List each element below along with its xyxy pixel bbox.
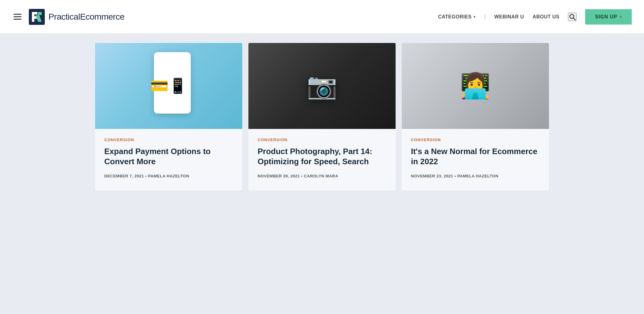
nav-about[interactable]: ABOUT US [533, 14, 560, 20]
signup-button[interactable]: SIGN UP ▾ [585, 9, 632, 25]
article-body: CONVERSION Expand Payment Options to Con… [95, 129, 242, 190]
article-meta-separator: • [454, 174, 457, 178]
article-title[interactable]: Expand Payment Options to Convert More [104, 146, 233, 166]
site-header: PracticalEcommerce CATEGORIES ▾ | WEBINA… [0, 0, 644, 34]
article-date: NOVEMBER 29, 2021 [258, 174, 300, 178]
site-logo[interactable]: PracticalEcommerce [29, 9, 125, 25]
article-meta: NOVEMBER 29, 2021 • CAROLYN MARA [258, 173, 386, 179]
article-meta: DECEMBER 7, 2021 • PAMELA HAZELTON [104, 173, 233, 179]
article-meta-separator: • [145, 174, 148, 178]
main-content: CONVERSION Expand Payment Options to Con… [0, 34, 644, 203]
hamburger-menu-icon[interactable] [12, 13, 23, 21]
article-author: CAROLYN MARA [304, 174, 338, 178]
nav-divider: | [484, 13, 486, 20]
article-meta: NOVEMBER 23, 2021 • PAMELA HAZELTON [411, 173, 540, 179]
chevron-down-icon: ▾ [473, 15, 476, 19]
article-meta-separator: • [301, 174, 304, 178]
article-body: CONVERSION Product Photography, Part 14:… [248, 129, 396, 190]
article-card[interactable]: CONVERSION It's a New Normal for Ecommer… [402, 43, 549, 190]
header-left: PracticalEcommerce [12, 9, 125, 25]
signup-chevron-icon: ▾ [620, 15, 622, 19]
article-image [402, 43, 549, 129]
logo-icon [29, 9, 45, 25]
search-button[interactable] [568, 13, 577, 21]
article-card[interactable]: CONVERSION Expand Payment Options to Con… [95, 43, 242, 190]
article-card[interactable]: CONVERSION Product Photography, Part 14:… [248, 43, 396, 190]
article-author: PAMELA HAZELTON [148, 174, 189, 178]
article-image [248, 43, 396, 129]
article-category: CONVERSION [258, 138, 386, 142]
svg-line-4 [573, 18, 576, 20]
logo-text: PracticalEcommerce [48, 12, 125, 22]
nav-webinar[interactable]: WEBINAR U [494, 14, 524, 20]
article-category: CONVERSION [411, 138, 540, 142]
article-title[interactable]: It's a New Normal for Ecommerce in 2022 [411, 146, 540, 166]
header-nav: CATEGORIES ▾ | WEBINAR U ABOUT US SIGN U… [438, 9, 632, 25]
search-icon [569, 13, 576, 21]
article-date: DECEMBER 7, 2021 [104, 174, 144, 178]
article-date: NOVEMBER 23, 2021 [411, 174, 453, 178]
article-author: PAMELA HAZELTON [457, 174, 498, 178]
article-body: CONVERSION It's a New Normal for Ecommer… [402, 129, 549, 190]
article-category: CONVERSION [104, 138, 233, 142]
article-title[interactable]: Product Photography, Part 14: Optimizing… [258, 146, 386, 166]
nav-categories[interactable]: CATEGORIES ▾ [438, 14, 475, 20]
article-image [95, 43, 242, 129]
articles-grid: CONVERSION Expand Payment Options to Con… [95, 43, 549, 190]
